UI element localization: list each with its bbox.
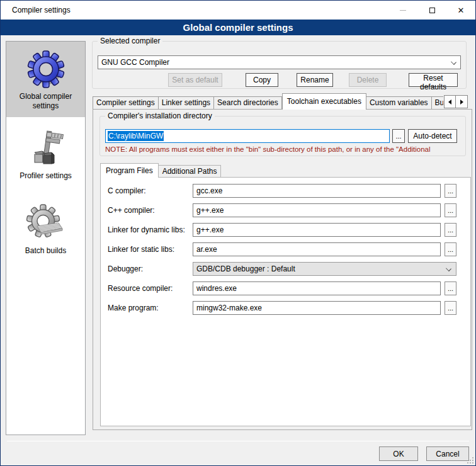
installation-directory-group-label: Compiler's installation directory bbox=[105, 111, 215, 120]
sidebar-item-profiler-settings[interactable]: Profiler settings bbox=[6, 117, 85, 187]
cpp-compiler-input[interactable]: g++.exe bbox=[193, 203, 441, 217]
blue-gear-icon bbox=[26, 49, 66, 89]
make-program-browse-button[interactable]: ... bbox=[445, 301, 456, 315]
settings-category-list: Global compiler settings bbox=[6, 41, 86, 435]
gray-gear-papers-icon bbox=[26, 203, 66, 244]
resize-grip[interactable] bbox=[467, 457, 473, 463]
copy-button[interactable]: Copy bbox=[246, 73, 278, 87]
window-title: Compiler settings bbox=[12, 6, 71, 14]
field-label: C++ compiler: bbox=[108, 206, 155, 215]
compiler-select[interactable]: GNU GCC Compiler bbox=[98, 55, 461, 69]
set-as-default-button[interactable]: Set as default bbox=[168, 73, 222, 87]
field-row-cpp-compiler: C++ compiler: g++.exe ... bbox=[101, 203, 470, 217]
tab-scroll-right-button[interactable] bbox=[456, 95, 468, 108]
field-label: Debugger: bbox=[108, 264, 143, 273]
debugger-select-value: GDB/CDB debugger : Default bbox=[196, 264, 295, 273]
program-files-panel: C compiler: gcc.exe ... C++ compiler: g+… bbox=[100, 177, 471, 426]
field-row-make-program: Make program: mingw32-make.exe ... bbox=[101, 301, 470, 315]
toolchain-subtab-bar: Program Files Additional Paths bbox=[100, 163, 221, 178]
resource-compiler-browse-button[interactable]: ... bbox=[445, 281, 456, 295]
installation-directory-browse-button[interactable]: ... bbox=[392, 129, 405, 143]
field-value: g++.exe bbox=[196, 206, 224, 215]
field-row-c-compiler: C compiler: gcc.exe ... bbox=[101, 184, 470, 198]
delete-button[interactable]: Delete bbox=[349, 73, 387, 87]
compiler-select-value: GNU GCC Compiler bbox=[101, 58, 169, 67]
c-compiler-input[interactable]: gcc.exe bbox=[193, 184, 441, 198]
installation-directory-group: Compiler's installation directory C:\ray… bbox=[99, 116, 466, 156]
field-label: Linker for dynamic libs: bbox=[108, 225, 185, 234]
sidebar-item-batch-builds[interactable]: Batch builds bbox=[6, 187, 85, 262]
field-row-linker-dynamic: Linker for dynamic libs: g++.exe ... bbox=[101, 223, 470, 237]
maximize-icon bbox=[429, 8, 435, 13]
auto-detect-button[interactable]: Auto-detect bbox=[408, 129, 457, 143]
debugger-select[interactable]: GDB/CDB debugger : Default bbox=[193, 262, 456, 276]
field-row-resource-compiler: Resource compiler: windres.exe ... bbox=[101, 281, 470, 295]
c-compiler-browse-button[interactable]: ... bbox=[445, 184, 456, 198]
linker-static-browse-button[interactable]: ... bbox=[445, 242, 456, 256]
close-icon: ✕ bbox=[458, 6, 465, 14]
linker-static-input[interactable]: ar.exe bbox=[193, 242, 441, 256]
cpp-compiler-browse-button[interactable]: ... bbox=[445, 203, 456, 217]
selected-compiler-group-label: Selected compiler bbox=[98, 37, 162, 45]
field-row-linker-static: Linker for static libs: ar.exe ... bbox=[101, 242, 470, 256]
tab-scroll-left-button[interactable] bbox=[444, 95, 456, 108]
installation-directory-row: C:\raylib\MinGW ... Auto-detect bbox=[105, 129, 460, 143]
sidebar-item-global-compiler-settings[interactable]: Global compiler settings bbox=[6, 42, 85, 117]
field-value: mingw32-make.exe bbox=[196, 304, 262, 312]
tab-scroll-buttons bbox=[444, 95, 468, 108]
sidebar-item-label: Profiler settings bbox=[17, 169, 74, 187]
chevron-down-icon bbox=[446, 266, 451, 271]
installation-directory-value: C:\raylib\MinGW bbox=[108, 131, 164, 141]
page-title: Global compiler settings bbox=[1, 20, 475, 35]
tab-linker-settings[interactable]: Linker settings bbox=[159, 96, 214, 110]
chevron-right-icon bbox=[460, 99, 463, 105]
close-button[interactable]: ✕ bbox=[446, 1, 475, 20]
cancel-button[interactable]: Cancel bbox=[426, 446, 469, 461]
tab-build-options[interactable]: Build bbox=[432, 96, 443, 110]
make-program-input[interactable]: mingw32-make.exe bbox=[193, 301, 441, 315]
footer-separator bbox=[7, 441, 469, 441]
tab-compiler-settings[interactable]: Compiler settings bbox=[93, 96, 159, 110]
field-label: Resource compiler: bbox=[108, 284, 173, 293]
sidebar-item-label: Batch builds bbox=[23, 244, 69, 262]
tab-program-files[interactable]: Program Files bbox=[100, 163, 159, 178]
settings-tab-bar: Compiler settings Linker settings Search… bbox=[93, 93, 443, 110]
chevron-left-icon bbox=[448, 99, 451, 105]
tab-additional-paths[interactable]: Additional Paths bbox=[159, 165, 222, 178]
chevron-down-icon bbox=[451, 59, 456, 65]
field-row-debugger: Debugger: GDB/CDB debugger : Default bbox=[101, 262, 470, 276]
reset-defaults-button[interactable]: Reset defaults bbox=[409, 73, 458, 87]
minimize-icon bbox=[400, 10, 406, 11]
linker-dynamic-browse-button[interactable]: ... bbox=[445, 223, 456, 237]
field-label: Make program: bbox=[108, 304, 159, 312]
minimize-button[interactable] bbox=[388, 1, 417, 20]
caliper-icon bbox=[26, 128, 66, 169]
compiler-actions: Set as default Copy Rename Delete Reset … bbox=[93, 73, 458, 87]
ok-button[interactable]: OK bbox=[379, 446, 418, 461]
maximize-button[interactable] bbox=[417, 1, 446, 20]
sidebar-item-label: Global compiler settings bbox=[6, 89, 85, 117]
installation-directory-input[interactable]: C:\raylib\MinGW bbox=[105, 129, 390, 143]
field-value: ar.exe bbox=[196, 245, 217, 254]
tab-custom-variables[interactable]: Custom variables bbox=[366, 96, 432, 110]
caption-buttons: ✕ bbox=[388, 1, 475, 20]
compiler-settings-dialog: Compiler settings ✕ Global compiler sett… bbox=[0, 0, 476, 466]
selected-compiler-group: Selected compiler GNU GCC Compiler Set a… bbox=[92, 41, 467, 89]
bin-subdirectory-note: NOTE: All programs must exist either in … bbox=[105, 145, 465, 153]
rename-button[interactable]: Rename bbox=[297, 73, 333, 87]
resource-compiler-input[interactable]: windres.exe bbox=[193, 281, 441, 295]
field-label: Linker for static libs: bbox=[108, 245, 174, 254]
field-value: g++.exe bbox=[196, 225, 224, 234]
tab-toolchain-executables[interactable]: Toolchain executables bbox=[282, 93, 366, 110]
linker-dynamic-input[interactable]: g++.exe bbox=[193, 223, 441, 237]
tab-search-directories[interactable]: Search directories bbox=[214, 96, 282, 110]
title-bar[interactable]: Compiler settings ✕ bbox=[1, 1, 475, 20]
field-value: windres.exe bbox=[196, 284, 237, 293]
toolchain-executables-page: Compiler's installation directory C:\ray… bbox=[93, 109, 472, 430]
field-value: gcc.exe bbox=[196, 186, 222, 195]
field-label: C compiler: bbox=[108, 186, 146, 195]
